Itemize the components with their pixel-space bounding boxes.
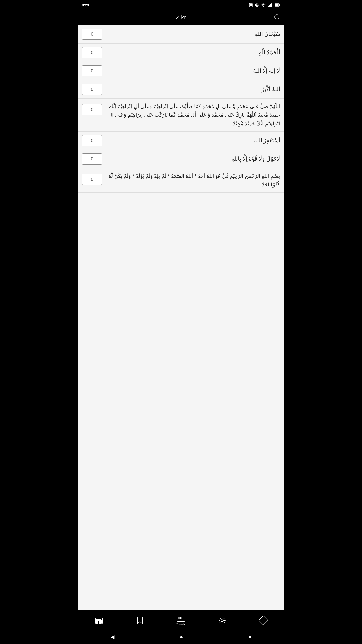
- counter-box-3[interactable]: 0: [82, 65, 102, 76]
- svg-rect-14: [96, 619, 97, 620]
- home-button[interactable]: ●: [174, 632, 189, 642]
- zikr-list: 0 سُبْحَانَ اللهِ 0 اَلْحَمْدُ لِلّٰهِ 0…: [78, 25, 284, 610]
- count-value-4: 0: [91, 87, 93, 92]
- zikr-text-7: لَاحَوْلَ وَلَا قُوَّةَ اِلَّا بِاللهِ: [105, 154, 280, 163]
- status-time: 8:29: [82, 3, 89, 7]
- wifi-icon: [261, 3, 266, 7]
- zikr-row-2[interactable]: 0 اَلْحَمْدُ لِلّٰهِ: [78, 44, 284, 62]
- svg-rect-10: [275, 4, 279, 6]
- nav-item-diamond[interactable]: [243, 617, 284, 624]
- counter-box-4[interactable]: 0: [82, 84, 102, 95]
- header-title: Zikr: [176, 14, 186, 21]
- battery-icon: [275, 3, 280, 7]
- svg-rect-11: [279, 4, 280, 6]
- system-nav: ◀ ● ■: [78, 630, 284, 644]
- refresh-button[interactable]: [274, 14, 280, 22]
- svg-rect-13: [98, 621, 99, 624]
- svg-point-3: [256, 4, 258, 6]
- zikr-row-6[interactable]: 0 اَسْتَغْفِرُ اللهَ: [78, 132, 284, 150]
- sim-icon: [249, 3, 253, 7]
- svg-rect-7: [270, 4, 271, 7]
- counter-box-5[interactable]: 0: [82, 104, 102, 115]
- record-icon: [255, 3, 259, 7]
- counter-box-1[interactable]: 0: [82, 29, 102, 40]
- zikr-text-1: سُبْحَانَ اللهِ: [105, 30, 280, 38]
- zikr-row-8[interactable]: 0 بِسْمِ اللهِ الرَّحْمٰنِ الرَّحِيْمِ ق…: [78, 168, 284, 193]
- zikr-row-5[interactable]: 0 اَللّٰهُمَّ صَلِّ عَلٰى مُحَمَّدٍ وَّ …: [78, 99, 284, 132]
- bookmark-icon: [137, 617, 143, 624]
- count-value-7: 0: [91, 156, 93, 162]
- counter-box-6[interactable]: 0: [82, 135, 102, 146]
- zikr-text-3: لَا اِلٰهَ اِلَّا اللهُ: [105, 66, 280, 75]
- counter-box-2[interactable]: 0: [82, 47, 102, 58]
- svg-rect-1: [250, 4, 252, 6]
- refresh-icon: [274, 14, 280, 20]
- svg-rect-8: [271, 3, 272, 7]
- count-value-6: 0: [91, 138, 93, 143]
- counter-nav-icon: 00≡: [177, 615, 185, 622]
- svg-rect-17: [95, 618, 96, 619]
- nav-item-bookmark[interactable]: [119, 617, 160, 624]
- back-button[interactable]: ◀: [105, 632, 120, 642]
- counter-nav-label: Counter: [176, 623, 187, 626]
- zikr-row-7[interactable]: 0 لَاحَوْلَ وَلَا قُوَّةَ اِلَّا بِاللهِ: [78, 150, 284, 168]
- count-value-1: 0: [91, 32, 93, 37]
- zikr-text-4: اَللهُ اَكْبَرُ: [105, 85, 280, 94]
- count-value-5: 0: [91, 107, 93, 112]
- nav-item-counter[interactable]: 00≡ Counter: [160, 615, 202, 626]
- svg-rect-19: [102, 618, 103, 619]
- counter-box-8[interactable]: 0: [82, 174, 102, 185]
- counter-box-7[interactable]: 0: [82, 153, 102, 165]
- zikr-text-5: اَللّٰهُمَّ صَلِّ عَلٰى مُحَمَّدٍ وَّ عَ…: [105, 102, 280, 128]
- recent-button[interactable]: ■: [242, 632, 257, 642]
- svg-rect-15: [100, 619, 101, 620]
- status-bar: 8:29: [78, 0, 284, 10]
- svg-rect-16: [95, 618, 96, 624]
- status-icons: [249, 3, 280, 7]
- count-value-8: 0: [91, 177, 93, 182]
- zikr-row-3[interactable]: 0 لَا اِلٰهَ اِلَّا اللهُ: [78, 62, 284, 80]
- count-value-3: 0: [91, 68, 93, 74]
- svg-rect-5: [268, 6, 269, 7]
- nav-item-mosque[interactable]: [78, 617, 119, 624]
- svg-point-20: [221, 619, 223, 622]
- svg-rect-6: [269, 5, 270, 7]
- svg-rect-18: [102, 618, 103, 624]
- bottom-nav: 00≡ Counter: [78, 610, 284, 630]
- settings-icon: [218, 617, 226, 624]
- zikr-text-2: اَلْحَمْدُ لِلّٰهِ: [105, 48, 280, 57]
- zikr-row-4[interactable]: 0 اَللهُ اَكْبَرُ: [78, 80, 284, 99]
- zikr-row-1[interactable]: 0 سُبْحَانَ اللهِ: [78, 25, 284, 44]
- svg-point-4: [263, 6, 264, 7]
- zikr-text-6: اَسْتَغْفِرُ اللهَ: [105, 136, 280, 145]
- mosque-icon: [95, 617, 103, 624]
- nav-item-settings[interactable]: [202, 617, 243, 624]
- signal-icon: [268, 3, 273, 7]
- zikr-text-8: بِسْمِ اللهِ الرَّحْمٰنِ الرَّحِيْمِ قُل…: [105, 172, 280, 189]
- count-value-2: 0: [91, 50, 93, 55]
- app-header: Zikr: [78, 10, 284, 25]
- diamond-icon: [258, 615, 268, 625]
